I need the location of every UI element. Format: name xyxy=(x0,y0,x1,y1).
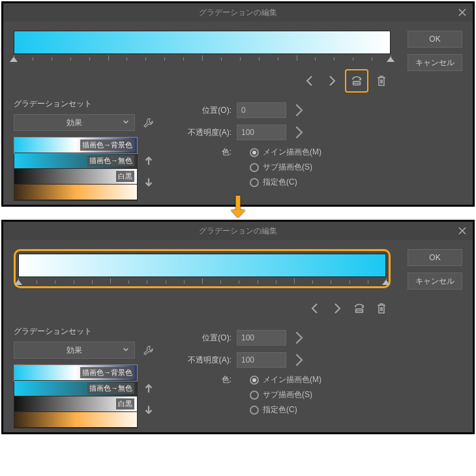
preset-label: 描画色→背景色 xyxy=(80,140,134,151)
delete-stop-button[interactable] xyxy=(372,299,391,318)
preset-item-0[interactable]: 描画色→背景色 xyxy=(14,138,137,153)
color-radio-2[interactable]: 指定色(C) xyxy=(250,177,462,188)
position-more-button[interactable] xyxy=(291,331,306,345)
opacity-label: 不透明度(A): xyxy=(166,127,231,138)
radio-icon xyxy=(250,178,259,187)
color-radio-2[interactable]: 指定色(C) xyxy=(250,404,462,415)
flip-gradient-button[interactable] xyxy=(350,299,368,318)
chevron-down-icon xyxy=(123,118,129,127)
color-radio-0[interactable]: メイン描画色(M) xyxy=(250,147,462,158)
next-stop-button[interactable] xyxy=(323,72,341,90)
titlebar: グラデーションの編集 xyxy=(3,222,473,240)
radio-label: メイン描画色(M) xyxy=(263,147,321,158)
gradient-set-select[interactable]: 効果 xyxy=(14,114,135,131)
gradient-bar-highlight xyxy=(14,249,391,288)
gradient-set-settings-button[interactable] xyxy=(139,341,157,359)
opacity-input[interactable]: 100 xyxy=(237,125,286,140)
ok-button[interactable]: OK xyxy=(408,249,462,266)
gradient-set-title: グラデーションセット xyxy=(14,98,157,110)
delete-stop-button[interactable] xyxy=(372,72,391,90)
opacity-label: 不透明度(A): xyxy=(166,355,231,366)
gradient-dialog-0: グラデーションの編集 OK キャンセル xyxy=(1,1,475,207)
gradient-bar-wrap xyxy=(14,31,391,61)
close-button[interactable] xyxy=(452,3,473,22)
color-radio-1[interactable]: サブ描画色(S) xyxy=(250,389,462,400)
preset-item-2[interactable]: 白黒 xyxy=(14,169,137,185)
position-more-button[interactable] xyxy=(291,103,306,117)
preset-label: 描画色→背景色 xyxy=(80,367,134,378)
prev-stop-button[interactable] xyxy=(301,72,319,90)
color-label: 色: xyxy=(166,147,231,158)
flip-highlight xyxy=(345,69,368,93)
position-label: 位置(O): xyxy=(166,105,231,116)
radio-icon xyxy=(250,163,259,172)
color-label: 色: xyxy=(166,374,231,385)
opacity-input[interactable]: 100 xyxy=(237,352,286,368)
radio-icon xyxy=(250,406,259,415)
flip-gradient-button[interactable] xyxy=(348,72,366,90)
prev-stop-button[interactable] xyxy=(306,299,324,318)
preset-label: 白黒 xyxy=(116,398,134,409)
gradient-set-title: グラデーションセット xyxy=(14,326,157,337)
gradient-bar[interactable] xyxy=(14,31,391,54)
titlebar: グラデーションの編集 xyxy=(3,3,473,22)
move-preset-down-button[interactable] xyxy=(141,175,156,189)
gradient-dialog-1: グラデーションの編集 OK キャンセル xyxy=(1,220,475,434)
preset-item-3[interactable] xyxy=(14,412,137,428)
opacity-more-button[interactable] xyxy=(291,125,306,140)
position-input[interactable]: 100 xyxy=(237,330,286,346)
gradient-stop-left[interactable] xyxy=(10,57,18,63)
preset-list: 描画色→背景色 描画色→無色 白黒 xyxy=(14,137,138,201)
gradient-set-select[interactable]: 効果 xyxy=(14,342,135,359)
select-value: 効果 xyxy=(67,117,82,128)
position-label: 位置(O): xyxy=(166,333,231,344)
radio-label: サブ描画色(S) xyxy=(263,389,312,400)
gradient-bar-wrap xyxy=(14,249,391,288)
move-preset-down-button[interactable] xyxy=(141,402,156,417)
preset-label: 白黒 xyxy=(116,171,134,182)
gradient-ticks xyxy=(14,54,391,61)
gradient-ticks xyxy=(18,277,386,284)
gradient-stop-right[interactable] xyxy=(382,280,390,286)
transition-arrow-icon xyxy=(1,194,475,220)
preset-item-0[interactable]: 描画色→背景色 xyxy=(14,365,137,381)
preset-item-1[interactable]: 描画色→無色 xyxy=(14,381,137,396)
preset-item-2[interactable]: 白黒 xyxy=(14,396,137,412)
preset-list: 描画色→背景色 描画色→無色 白黒 xyxy=(14,364,138,428)
dialog-title: グラデーションの編集 xyxy=(199,7,277,18)
dialog-title: グラデーションの編集 xyxy=(199,226,277,237)
next-stop-button[interactable] xyxy=(328,299,346,318)
radio-icon xyxy=(250,391,259,400)
ok-button[interactable]: OK xyxy=(408,31,462,48)
cancel-button[interactable]: キャンセル xyxy=(408,54,462,71)
radio-icon xyxy=(250,148,259,157)
move-preset-up-button[interactable] xyxy=(141,154,156,168)
position-input[interactable]: 0 xyxy=(237,102,286,118)
preset-label: 描画色→無色 xyxy=(87,383,134,394)
radio-icon xyxy=(250,376,259,385)
color-radio-0[interactable]: メイン描画色(M) xyxy=(250,374,462,385)
gradient-stop-right[interactable] xyxy=(387,57,394,63)
gradient-stop-left[interactable] xyxy=(14,280,22,286)
color-radio-1[interactable]: サブ描画色(S) xyxy=(250,162,462,173)
radio-label: 指定色(C) xyxy=(263,404,297,415)
opacity-more-button[interactable] xyxy=(291,353,306,367)
preset-item-1[interactable]: 描画色→無色 xyxy=(14,153,137,169)
radio-label: 指定色(C) xyxy=(263,177,297,188)
chevron-down-icon xyxy=(123,346,129,355)
move-preset-up-button[interactable] xyxy=(141,381,156,396)
gradient-set-settings-button[interactable] xyxy=(139,113,157,132)
select-value: 効果 xyxy=(67,345,82,356)
preset-label: 描画色→無色 xyxy=(87,155,134,166)
radio-label: メイン描画色(M) xyxy=(263,374,321,385)
cancel-button[interactable]: キャンセル xyxy=(408,273,462,290)
close-button[interactable] xyxy=(452,222,473,240)
gradient-bar[interactable] xyxy=(18,254,386,277)
radio-label: サブ描画色(S) xyxy=(263,162,312,173)
